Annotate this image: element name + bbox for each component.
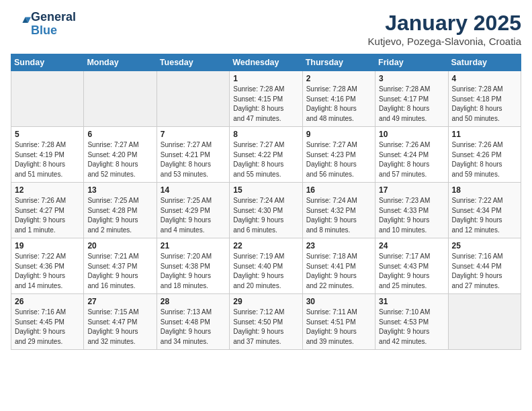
weekday-header-wednesday: Wednesday (230, 54, 302, 71)
day-cell: 6Sunrise: 7:27 AM Sunset: 4:20 PM Daylig… (84, 127, 157, 183)
day-number: 21 (161, 241, 226, 250)
calendar-table: SundayMondayTuesdayWednesdayThursdayFrid… (11, 54, 521, 350)
day-info: Sunrise: 7:25 AM Sunset: 4:29 PM Dayligh… (161, 196, 226, 235)
week-row-1: 1Sunrise: 7:28 AM Sunset: 4:15 PM Daylig… (11, 71, 521, 127)
day-info: Sunrise: 7:15 AM Sunset: 4:47 PM Dayligh… (87, 308, 152, 347)
day-cell: 8Sunrise: 7:27 AM Sunset: 4:22 PM Daylig… (230, 127, 302, 183)
title-block: January 2025 Kutjevo, Pozega-Slavonia, C… (368, 11, 521, 47)
logo: General Blue (11, 11, 76, 38)
day-cell: 24Sunrise: 7:17 AM Sunset: 4:43 PM Dayli… (375, 238, 448, 294)
day-info: Sunrise: 7:22 AM Sunset: 4:34 PM Dayligh… (452, 196, 517, 235)
weekday-header-monday: Monday (84, 54, 157, 71)
day-info: Sunrise: 7:19 AM Sunset: 4:40 PM Dayligh… (233, 252, 298, 291)
day-info: Sunrise: 7:28 AM Sunset: 4:15 PM Dayligh… (233, 85, 298, 124)
day-number: 27 (87, 297, 152, 306)
day-info: Sunrise: 7:28 AM Sunset: 4:16 PM Dayligh… (306, 85, 371, 124)
day-info: Sunrise: 7:10 AM Sunset: 4:53 PM Dayligh… (379, 308, 444, 347)
weekday-header-sunday: Sunday (11, 54, 84, 71)
day-number: 15 (233, 185, 298, 195)
day-info: Sunrise: 7:26 AM Sunset: 4:26 PM Dayligh… (452, 140, 517, 179)
day-cell: 3Sunrise: 7:28 AM Sunset: 4:17 PM Daylig… (375, 71, 448, 127)
day-number: 16 (306, 185, 371, 195)
day-cell: 5Sunrise: 7:28 AM Sunset: 4:19 PM Daylig… (11, 127, 84, 183)
day-cell: 16Sunrise: 7:24 AM Sunset: 4:32 PM Dayli… (302, 183, 375, 238)
day-info: Sunrise: 7:16 AM Sunset: 4:44 PM Dayligh… (452, 252, 517, 291)
day-cell: 11Sunrise: 7:26 AM Sunset: 4:26 PM Dayli… (448, 127, 521, 183)
day-number: 23 (306, 241, 371, 250)
day-number: 24 (379, 241, 444, 250)
day-number: 1 (233, 74, 298, 83)
day-number: 4 (452, 74, 517, 83)
day-cell: 23Sunrise: 7:18 AM Sunset: 4:41 PM Dayli… (302, 238, 375, 294)
day-info: Sunrise: 7:28 AM Sunset: 4:19 PM Dayligh… (15, 140, 80, 179)
weekday-header-saturday: Saturday (448, 54, 521, 71)
day-info: Sunrise: 7:26 AM Sunset: 4:24 PM Dayligh… (379, 140, 444, 179)
day-cell: 21Sunrise: 7:20 AM Sunset: 4:38 PM Dayli… (157, 238, 229, 294)
week-row-3: 12Sunrise: 7:26 AM Sunset: 4:27 PM Dayli… (11, 183, 521, 238)
page-container: General Blue January 2025 Kutjevo, Pozeg… (0, 0, 532, 357)
day-cell: 10Sunrise: 7:26 AM Sunset: 4:24 PM Dayli… (375, 127, 448, 183)
day-cell: 25Sunrise: 7:16 AM Sunset: 4:44 PM Dayli… (448, 238, 521, 294)
day-cell (84, 71, 157, 127)
day-info: Sunrise: 7:27 AM Sunset: 4:23 PM Dayligh… (306, 140, 371, 179)
week-row-4: 19Sunrise: 7:22 AM Sunset: 4:36 PM Dayli… (11, 238, 521, 294)
day-cell (448, 294, 521, 350)
day-cell: 1Sunrise: 7:28 AM Sunset: 4:15 PM Daylig… (230, 71, 302, 127)
week-row-5: 26Sunrise: 7:16 AM Sunset: 4:45 PM Dayli… (11, 294, 521, 350)
day-cell: 31Sunrise: 7:10 AM Sunset: 4:53 PM Dayli… (375, 294, 448, 350)
day-info: Sunrise: 7:23 AM Sunset: 4:33 PM Dayligh… (379, 196, 444, 235)
day-cell: 14Sunrise: 7:25 AM Sunset: 4:29 PM Dayli… (157, 183, 229, 238)
day-number: 29 (233, 297, 298, 306)
day-cell: 7Sunrise: 7:27 AM Sunset: 4:21 PM Daylig… (157, 127, 229, 183)
day-number: 18 (452, 185, 517, 195)
month-title: January 2025 (368, 11, 521, 36)
day-number: 22 (233, 241, 298, 250)
day-info: Sunrise: 7:26 AM Sunset: 4:27 PM Dayligh… (15, 196, 80, 235)
day-cell: 4Sunrise: 7:28 AM Sunset: 4:18 PM Daylig… (448, 71, 521, 127)
day-info: Sunrise: 7:21 AM Sunset: 4:37 PM Dayligh… (87, 252, 152, 291)
day-info: Sunrise: 7:12 AM Sunset: 4:50 PM Dayligh… (233, 308, 298, 347)
day-info: Sunrise: 7:27 AM Sunset: 4:21 PM Dayligh… (161, 140, 226, 179)
header: General Blue January 2025 Kutjevo, Pozeg… (11, 11, 521, 47)
day-cell: 26Sunrise: 7:16 AM Sunset: 4:45 PM Dayli… (11, 294, 84, 350)
day-cell: 2Sunrise: 7:28 AM Sunset: 4:16 PM Daylig… (302, 71, 375, 127)
day-number: 11 (452, 130, 517, 139)
day-cell: 30Sunrise: 7:11 AM Sunset: 4:51 PM Dayli… (302, 294, 375, 350)
day-number: 14 (161, 185, 226, 195)
location-title: Kutjevo, Pozega-Slavonia, Croatia (368, 36, 521, 47)
day-number: 20 (87, 241, 152, 250)
day-cell: 13Sunrise: 7:25 AM Sunset: 4:28 PM Dayli… (84, 183, 157, 238)
logo-text-blue: Blue (31, 24, 76, 38)
day-cell: 22Sunrise: 7:19 AM Sunset: 4:40 PM Dayli… (230, 238, 302, 294)
day-info: Sunrise: 7:25 AM Sunset: 4:28 PM Dayligh… (87, 196, 152, 235)
day-cell: 27Sunrise: 7:15 AM Sunset: 4:47 PM Dayli… (84, 294, 157, 350)
day-number: 5 (15, 130, 80, 139)
day-cell: 12Sunrise: 7:26 AM Sunset: 4:27 PM Dayli… (11, 183, 84, 238)
day-number: 9 (306, 130, 371, 139)
day-info: Sunrise: 7:24 AM Sunset: 4:30 PM Dayligh… (233, 196, 298, 235)
day-cell (157, 71, 229, 127)
day-info: Sunrise: 7:18 AM Sunset: 4:41 PM Dayligh… (306, 252, 371, 291)
day-cell: 19Sunrise: 7:22 AM Sunset: 4:36 PM Dayli… (11, 238, 84, 294)
week-row-2: 5Sunrise: 7:28 AM Sunset: 4:19 PM Daylig… (11, 127, 521, 183)
day-info: Sunrise: 7:24 AM Sunset: 4:32 PM Dayligh… (306, 196, 371, 235)
weekday-header-friday: Friday (375, 54, 448, 71)
day-info: Sunrise: 7:13 AM Sunset: 4:48 PM Dayligh… (161, 308, 226, 347)
day-number: 7 (161, 130, 226, 139)
weekday-header-tuesday: Tuesday (157, 54, 229, 71)
day-cell: 15Sunrise: 7:24 AM Sunset: 4:30 PM Dayli… (230, 183, 302, 238)
day-info: Sunrise: 7:22 AM Sunset: 4:36 PM Dayligh… (15, 252, 80, 291)
day-number: 31 (379, 297, 444, 306)
day-number: 17 (379, 185, 444, 195)
day-number: 28 (161, 297, 226, 306)
day-info: Sunrise: 7:28 AM Sunset: 4:17 PM Dayligh… (379, 85, 444, 124)
day-number: 2 (306, 74, 371, 83)
day-number: 6 (87, 130, 152, 139)
logo-icon (12, 13, 31, 32)
day-cell: 28Sunrise: 7:13 AM Sunset: 4:48 PM Dayli… (157, 294, 229, 350)
day-number: 19 (15, 241, 80, 250)
weekday-header-thursday: Thursday (302, 54, 375, 71)
day-info: Sunrise: 7:27 AM Sunset: 4:22 PM Dayligh… (233, 140, 298, 179)
weekday-header-row: SundayMondayTuesdayWednesdayThursdayFrid… (11, 54, 521, 71)
day-info: Sunrise: 7:28 AM Sunset: 4:18 PM Dayligh… (452, 85, 517, 124)
